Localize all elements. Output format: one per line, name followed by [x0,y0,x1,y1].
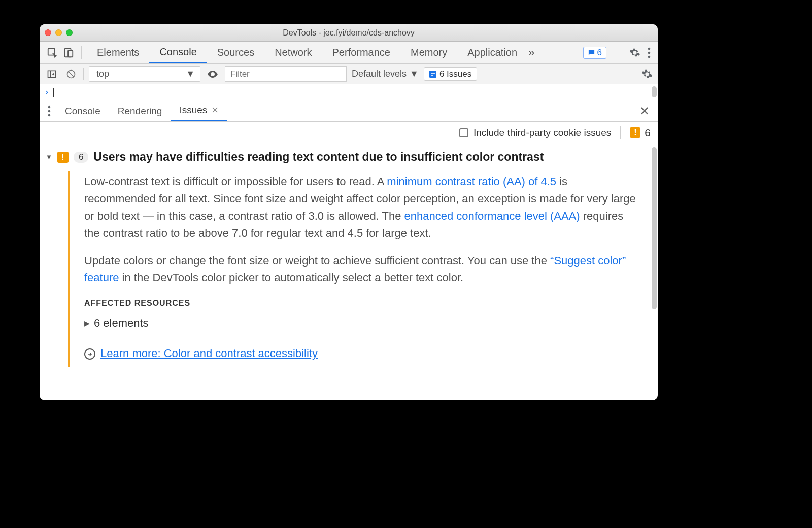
checkbox-label: Include third-party cookie issues [473,127,611,138]
divider [620,126,621,139]
affected-resources-label: AFFECTED RESOURCES [84,297,638,310]
console-settings-button[interactable] [641,68,653,80]
divider [81,46,82,59]
messages-count: 6 [597,48,602,58]
include-third-party-checkbox[interactable]: Include third-party cookie issues [459,127,611,138]
tab-network[interactable]: Network [264,42,322,63]
chat-icon [588,49,595,56]
close-tab-icon[interactable]: ✕ [211,104,219,116]
svg-point-3 [648,47,651,50]
drawer-tab-rendering[interactable]: Rendering [110,100,171,121]
tab-console[interactable]: Console [149,42,207,63]
gear-icon [641,68,653,80]
issues-chip-label: 6 Issues [439,69,471,79]
disclosure-triangle-icon[interactable]: ▶ [84,318,90,329]
more-tabs-button[interactable]: » [528,46,534,59]
issues-toolbar: Include third-party cookie issues ! 6 [40,122,658,144]
console-sidebar-toggle[interactable] [45,67,59,81]
tab-application[interactable]: Application [457,42,527,63]
issues-count-badge[interactable]: ! 6 [630,127,651,139]
tab-elements[interactable]: Elements [87,42,149,63]
svg-rect-9 [429,71,436,78]
prompt-caret-icon: › [45,88,49,97]
divider [83,68,84,80]
context-selector[interactable]: top ▼ [89,66,200,82]
svg-point-4 [648,51,651,54]
svg-point-14 [48,114,51,116]
chevron-down-icon: ▼ [186,68,195,79]
live-expression-button[interactable] [206,67,220,81]
level-value: Default levels [352,68,407,79]
svg-rect-11 [431,75,433,76]
kebab-menu-button[interactable] [648,47,651,58]
dots-vertical-icon [48,105,51,117]
checkbox-icon [459,128,468,137]
arrow-circle-icon [84,348,95,360]
main-toolbar: Elements Console Sources Network Perform… [40,42,658,64]
warning-icon: ! [57,152,69,163]
gear-icon [629,47,640,58]
inspect-element-icon[interactable] [45,45,60,60]
window-title: DevTools - jec.fyi/demo/cds-anchovy [40,28,658,38]
svg-point-12 [48,105,51,108]
tab-memory[interactable]: Memory [400,42,457,63]
clear-console-button[interactable] [64,67,78,81]
contrast-aaa-link[interactable]: enhanced conformance level (AAA) [404,209,580,222]
svg-point-5 [648,55,651,58]
issue-title: Users may have difficulties reading text… [93,150,544,164]
issues-chip[interactable]: 6 Issues [424,67,477,81]
svg-rect-2 [68,50,73,57]
learn-more-link[interactable]: Learn more: Color and contrast accessibi… [100,345,318,362]
scrollbar-thumb[interactable] [652,86,657,97]
device-toggle-icon[interactable] [61,45,76,60]
disclosure-triangle-icon[interactable]: ▼ [46,153,52,161]
drawer-menu-button[interactable] [48,105,51,117]
log-level-selector[interactable]: Default levels ▼ [352,68,419,79]
issues-count: 6 [645,127,651,139]
tab-performance[interactable]: Performance [322,42,401,63]
text-cursor [53,88,54,97]
issue-count-chip: 6 [74,152,88,163]
learn-more-row: Learn more: Color and contrast accessibi… [84,345,638,362]
svg-rect-10 [431,73,435,74]
messages-badge[interactable]: 6 [583,47,606,59]
context-value: top [96,68,109,79]
tab-sources[interactable]: Sources [207,42,264,63]
filter-input[interactable] [225,66,347,82]
settings-button[interactable] [629,47,640,58]
drawer-tabs: Console Rendering Issues ✕ ✕ [40,100,658,122]
devtools-window: DevTools - jec.fyi/demo/cds-anchovy Elem… [40,24,658,400]
console-toolbar: top ▼ Default levels ▼ 6 Issues [40,64,658,84]
issues-panel: ▼ ! 6 Users may have difficulties readin… [40,144,658,400]
drawer-tab-issues[interactable]: Issues ✕ [171,100,227,121]
dots-vertical-icon [648,47,651,58]
console-prompt[interactable]: › [40,84,658,100]
chevron-down-icon: ▼ [410,68,419,79]
close-drawer-button[interactable]: ✕ [639,104,655,118]
contrast-aa-link[interactable]: minimum contrast ratio (AA) of 4.5 [387,175,556,188]
affected-elements-text: 6 elements [94,314,149,332]
scrollbar-thumb[interactable] [652,147,657,309]
issue-description: Low-contrast text is difficult or imposs… [68,171,649,367]
issue-header[interactable]: ▼ ! 6 Users may have difficulties readin… [46,150,649,164]
divider [618,46,618,59]
issue-item: ▼ ! 6 Users may have difficulties readin… [40,144,658,374]
issues-icon [429,71,436,78]
window-titlebar: DevTools - jec.fyi/demo/cds-anchovy [40,24,658,42]
drawer-tab-console[interactable]: Console [57,100,109,121]
no-sign-icon [66,69,76,79]
eye-icon [207,68,219,80]
main-tabs: Elements Console Sources Network Perform… [87,42,527,63]
affected-elements-row[interactable]: ▶ 6 elements [84,314,638,332]
svg-point-13 [48,110,51,112]
svg-point-8 [212,73,214,75]
warning-icon: ! [630,127,640,138]
